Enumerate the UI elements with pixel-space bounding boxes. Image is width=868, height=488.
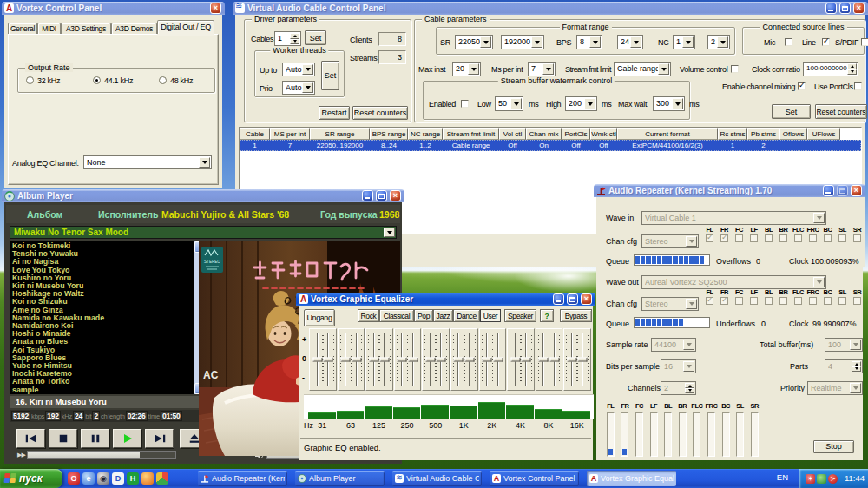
taskbar-button-audio-repeater[interactable]: Audio Repeater (Kern...: [198, 471, 287, 486]
wm-high-combo[interactable]: 200: [565, 96, 597, 111]
spin-down-icon[interactable]: [847, 69, 857, 76]
eq-slider-right[interactable]: [577, 333, 589, 386]
maximize-icon[interactable]: [376, 190, 387, 201]
eq-preset-button[interactable]: Pop: [414, 309, 433, 322]
vcp-tab[interactable]: A3D Demos: [111, 23, 157, 34]
eq-slider-left[interactable]: [510, 333, 521, 386]
eq-slider-left[interactable]: [424, 333, 436, 386]
eq-slider-right[interactable]: [351, 333, 362, 386]
nc-max-combo[interactable]: 2: [707, 35, 730, 49]
eq-slider-right[interactable]: [379, 333, 391, 386]
column-header[interactable]: SR range: [310, 128, 370, 140]
column-header[interactable]: Pb stms: [747, 128, 779, 140]
column-header[interactable]: Rc stms: [718, 128, 747, 140]
column-header[interactable]: Current format: [617, 128, 718, 140]
slider-thumb[interactable]: [312, 358, 322, 362]
cables-set-button[interactable]: Set: [305, 30, 326, 45]
chevron-down-icon[interactable]: [672, 98, 683, 109]
slider-thumb[interactable]: [465, 358, 475, 362]
eq-preset-button[interactable]: ?: [540, 309, 554, 322]
mic-checkbox[interactable]: [785, 38, 792, 46]
minimize-icon[interactable]: [362, 190, 373, 201]
eq-slider-left[interactable]: [482, 333, 493, 386]
slider-thumb[interactable]: [369, 358, 378, 362]
bps-max-combo[interactable]: 24: [617, 35, 643, 49]
eq-preset-button[interactable]: Bypass: [560, 309, 592, 322]
slider-thumb[interactable]: [437, 358, 446, 362]
vcp-tab[interactable]: MIDI: [37, 23, 61, 34]
eq-slider-left[interactable]: [453, 333, 464, 386]
column-header[interactable]: NC range: [408, 128, 443, 140]
playlist-item[interactable]: Anata no Toriko: [12, 378, 194, 386]
cable-reset-counters-button[interactable]: Reset counters: [815, 104, 867, 119]
quick-launch-ie-icon[interactable]: e: [82, 472, 95, 485]
cable-set-button[interactable]: Set: [772, 104, 811, 119]
eq-slider-left[interactable]: [368, 333, 379, 386]
slider-thumb[interactable]: [510, 358, 520, 362]
tray-red-icon[interactable]: ✶: [806, 474, 815, 484]
wm-enabled-checkbox[interactable]: [461, 100, 469, 108]
slider-thumb[interactable]: [578, 358, 588, 362]
tray-arrow-icon[interactable]: ≻: [828, 474, 838, 484]
eq-slider-right[interactable]: [407, 333, 418, 386]
eq-preset-button[interactable]: Jazz: [433, 309, 453, 322]
chevron-down-icon[interactable]: [384, 228, 395, 237]
max-inst-combo[interactable]: 20: [452, 62, 481, 76]
eq-slider-right[interactable]: [323, 333, 334, 386]
eq-slider-left[interactable]: [340, 333, 352, 386]
column-header[interactable]: Vol ctl: [499, 128, 526, 140]
driver-reset-counters-button[interactable]: Reset counters: [352, 106, 408, 120]
worker-set-button[interactable]: Set: [321, 61, 339, 90]
close-icon[interactable]: ×: [851, 185, 862, 196]
bps-min-combo[interactable]: 8: [576, 35, 602, 49]
chevron-down-icon[interactable]: [302, 64, 313, 75]
eq-slider-left[interactable]: [397, 333, 408, 386]
vcp-tab[interactable]: Digital Out / EQ: [157, 20, 214, 34]
slider-thumb[interactable]: [324, 358, 333, 362]
slider-thumb[interactable]: [352, 358, 361, 362]
column-header[interactable]: Chan mix: [526, 128, 562, 140]
eq-preset-button[interactable]: Speaker: [504, 309, 536, 322]
chevron-down-icon[interactable]: [510, 98, 522, 109]
taskbar-button-vortex-graphic-equalizer[interactable]: A Vortex Graphic Equali...: [587, 471, 676, 486]
quick-launch-chrome-icon[interactable]: [156, 472, 168, 485]
radio-32khz[interactable]: [26, 76, 34, 84]
album-titlebar[interactable]: Album Player ×: [2, 189, 404, 202]
spdif-checkbox[interactable]: [861, 38, 868, 46]
eq-slider-left[interactable]: [312, 333, 323, 386]
column-header[interactable]: UFlows: [807, 128, 840, 140]
eq-slider-left[interactable]: [566, 333, 577, 386]
quick-launch-green-app-icon[interactable]: H: [127, 472, 139, 485]
quick-launch-browser-icon[interactable]: [141, 472, 154, 485]
slider-thumb[interactable]: [483, 358, 492, 362]
column-header[interactable]: Stream fmt limit: [443, 128, 499, 140]
chevron-down-icon[interactable]: [480, 36, 491, 48]
maximize-icon[interactable]: [839, 3, 851, 14]
chevron-down-icon[interactable]: [658, 63, 669, 75]
portcls-checkbox[interactable]: [854, 82, 862, 90]
chevron-down-icon[interactable]: [531, 36, 542, 48]
close-icon[interactable]: ×: [210, 3, 221, 14]
line-checkbox[interactable]: [822, 38, 830, 46]
slider-thumb[interactable]: [454, 358, 464, 362]
vcp-tab[interactable]: A3D Settings: [61, 23, 111, 34]
restart-button[interactable]: Restart: [319, 106, 350, 120]
tray-green-icon[interactable]: [817, 474, 826, 484]
taskbar-button-vortex-control-panel[interactable]: A Vortex Control Panel: [490, 471, 579, 486]
radio-44khz[interactable]: [93, 76, 101, 84]
ms-per-int-combo[interactable]: 7: [528, 62, 556, 76]
vac-titlebar[interactable]: ≋ Virtual Audio Cable Control Panel ×: [233, 2, 868, 15]
slider-thumb[interactable]: [567, 358, 576, 362]
close-icon[interactable]: ×: [390, 190, 401, 201]
taskbar-button-album-player[interactable]: Album Player: [295, 471, 385, 486]
language-indicator[interactable]: EN: [777, 472, 788, 482]
previous-button[interactable]: [16, 429, 45, 448]
vcp-tab[interactable]: General: [8, 23, 37, 34]
fast-forward-icon[interactable]: ▶▶: [17, 452, 25, 458]
eq-slider-right[interactable]: [492, 333, 503, 386]
analog-eq-combo[interactable]: None: [83, 155, 212, 169]
column-header[interactable]: BPS range: [370, 128, 408, 140]
quick-launch-red-app-icon[interactable]: O: [68, 472, 80, 485]
radio-48khz[interactable]: [159, 76, 167, 84]
eq-preset-button[interactable]: Ungang: [304, 309, 335, 326]
